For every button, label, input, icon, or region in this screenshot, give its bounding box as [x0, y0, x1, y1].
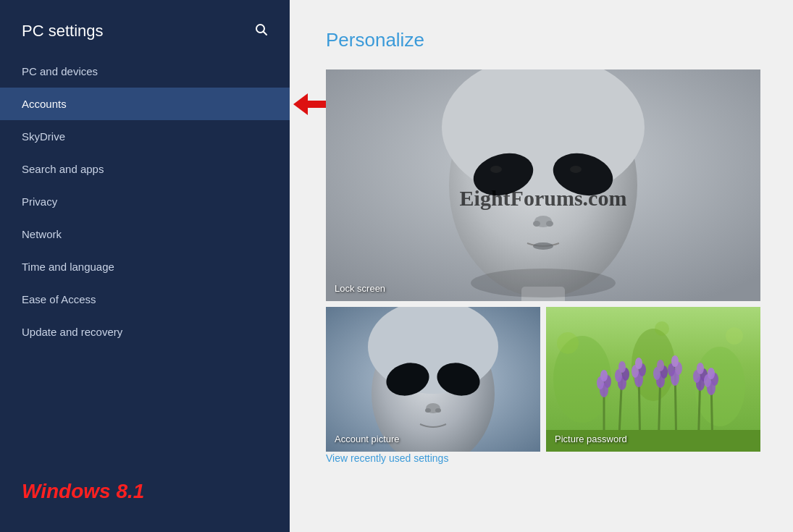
search-icon — [255, 23, 268, 36]
sidebar-title: PC settings — [22, 22, 104, 41]
svg-text:EightForums.com: EightForums.com — [460, 186, 627, 210]
svg-point-10 — [570, 166, 582, 173]
svg-point-60 — [697, 363, 704, 374]
sidebar-item-pc-devices[interactable]: PC and devices — [0, 55, 290, 88]
account-picture-label: Account picture — [335, 434, 400, 444]
sidebar-item-search-apps[interactable]: Search and apps — [0, 153, 290, 185]
svg-point-13 — [546, 221, 553, 227]
svg-point-44 — [618, 361, 626, 373]
lock-screen-image[interactable]: EightForums.com Lock screen — [326, 69, 760, 301]
personalize-images-grid: EightForums.com Lock screen — [326, 69, 764, 452]
lock-screen-alien-image: EightForums.com — [326, 69, 760, 301]
svg-point-68 — [655, 321, 669, 336]
sub-images-row: Account picture — [326, 307, 760, 452]
account-picture-image[interactable]: Account picture — [326, 307, 540, 452]
svg-point-56 — [671, 355, 679, 367]
svg-point-66 — [557, 332, 579, 354]
windows-version-label: Windows 8.1 — [0, 465, 290, 518]
svg-point-25 — [435, 408, 441, 413]
sidebar-item-time-language[interactable]: Time and language — [0, 250, 290, 283]
svg-point-67 — [726, 327, 743, 345]
picture-password-lavender-image — [546, 307, 760, 452]
svg-point-64 — [708, 368, 715, 379]
sidebar-item-accounts[interactable]: Accounts — [0, 88, 290, 120]
sidebar-item-privacy[interactable]: Privacy — [0, 185, 290, 218]
view-recently-link[interactable]: View recently used settings — [326, 452, 448, 464]
main-content: Personalize — [290, 0, 793, 532]
sidebar-item-update-recovery[interactable]: Update and recovery — [0, 316, 290, 348]
svg-point-16 — [471, 269, 616, 297]
svg-point-40 — [600, 370, 608, 381]
picture-password-label: Picture password — [555, 434, 627, 444]
svg-point-12 — [533, 221, 540, 227]
svg-point-52 — [657, 360, 664, 371]
sidebar: PC settings PC and devices Accounts SkyD… — [0, 0, 290, 532]
search-icon-button[interactable] — [255, 23, 268, 40]
sidebar-item-network[interactable]: Network — [0, 218, 290, 250]
svg-line-1 — [264, 31, 267, 35]
sidebar-nav: PC and devices Accounts SkyDrive Search … — [0, 55, 290, 465]
picture-password-image[interactable]: Picture password — [546, 307, 760, 452]
account-picture-alien-image — [326, 307, 540, 452]
sidebar-item-ease-access[interactable]: Ease of Access — [0, 283, 290, 316]
svg-point-24 — [425, 408, 431, 413]
svg-point-9 — [490, 166, 502, 173]
page-title: Personalize — [326, 29, 764, 51]
sidebar-header: PC settings — [0, 0, 290, 55]
sidebar-item-skydrive[interactable]: SkyDrive — [0, 120, 290, 153]
svg-marker-3 — [293, 93, 308, 115]
lock-screen-label: Lock screen — [335, 283, 385, 294]
svg-point-14 — [533, 242, 553, 250]
svg-point-48 — [635, 358, 642, 369]
